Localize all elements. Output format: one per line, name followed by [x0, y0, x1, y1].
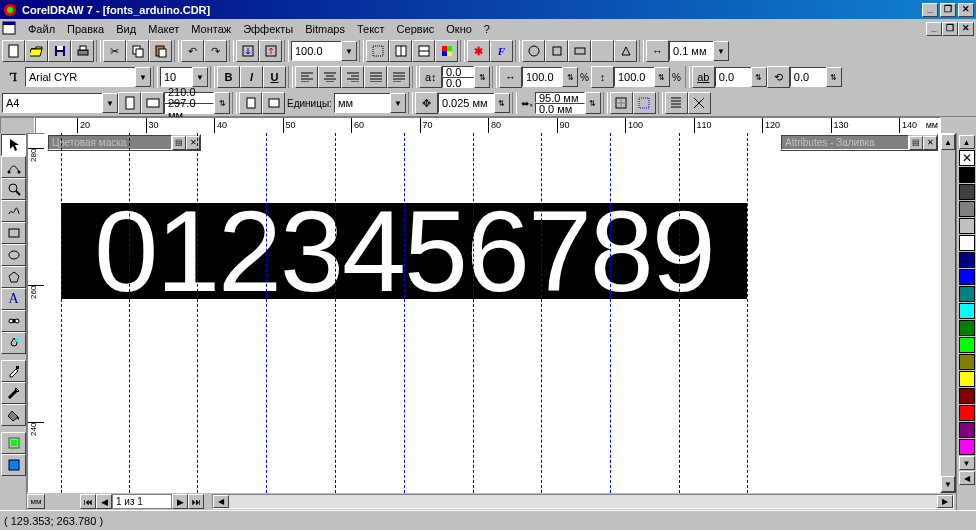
tbtn-e[interactable]: [614, 40, 637, 62]
ruler-btn-1[interactable]: [665, 92, 688, 114]
guide-line[interactable]: [335, 133, 336, 493]
guide-line[interactable]: [610, 133, 611, 493]
page-btn-b[interactable]: [262, 92, 285, 114]
color-docker-button[interactable]: [435, 40, 458, 62]
mdi-maximize-button[interactable]: ❐: [942, 22, 958, 36]
page-next-button[interactable]: ▶: [172, 494, 188, 509]
color-swatch[interactable]: [959, 303, 975, 319]
hscale-field[interactable]: 100.0⇅: [522, 67, 578, 87]
align-left-button[interactable]: [295, 66, 318, 88]
menu-layout[interactable]: Макет: [142, 21, 185, 37]
docker2-button[interactable]: [412, 40, 435, 62]
align-center-button[interactable]: [318, 66, 341, 88]
color-swatch[interactable]: [959, 167, 975, 183]
tbtn-a[interactable]: [522, 40, 545, 62]
guide-line[interactable]: [266, 133, 267, 493]
docker-button[interactable]: [389, 40, 412, 62]
kerning-fields[interactable]: 0.0 0.0: [442, 66, 474, 88]
tool-extra-2[interactable]: [1, 454, 26, 476]
palette-up-button[interactable]: ▲: [959, 135, 975, 149]
print-button[interactable]: [71, 40, 94, 62]
palette-expand-button[interactable]: ◀: [959, 471, 975, 485]
attributes-panel[interactable]: Attributes - Заливка ▤ ✕: [780, 134, 938, 151]
tool-text[interactable]: A: [1, 288, 26, 310]
maximize-button[interactable]: ❐: [940, 3, 956, 17]
menu-view[interactable]: Вид: [110, 21, 142, 37]
pageformat-combo[interactable]: A4 ▼: [2, 93, 118, 113]
page-first-button[interactable]: ⏮: [80, 494, 96, 509]
tool-freehand[interactable]: [1, 200, 26, 222]
guide-line[interactable]: [61, 133, 62, 493]
tool-shape[interactable]: [1, 156, 26, 178]
align-right-button[interactable]: [341, 66, 364, 88]
color-swatch[interactable]: [959, 422, 975, 438]
page-prev-button[interactable]: ◀: [96, 494, 112, 509]
fontsize-combo[interactable]: 10 ▼: [160, 67, 208, 87]
mdi-icon[interactable]: [2, 21, 18, 37]
pagesize-spinner[interactable]: ⇅: [214, 92, 230, 114]
guide-line[interactable]: [541, 133, 542, 493]
redo-button[interactable]: ↷: [204, 40, 227, 62]
scroll-right-button[interactable]: ▶: [937, 495, 953, 508]
guide-line[interactable]: [129, 133, 130, 493]
palette-down-button[interactable]: ▼: [959, 456, 975, 470]
minimize-button[interactable]: _: [922, 3, 938, 17]
font-combo[interactable]: Arial CYR ▼: [25, 67, 151, 87]
nudge2-field[interactable]: 0.025 мм⇅: [438, 93, 510, 113]
color-swatch[interactable]: [959, 354, 975, 370]
menu-text[interactable]: Текст: [351, 21, 391, 37]
snap-button[interactable]: [366, 40, 389, 62]
color-swatch[interactable]: [959, 371, 975, 387]
menu-tools[interactable]: Сервис: [391, 21, 441, 37]
menu-edit[interactable]: Правка: [61, 21, 110, 37]
color-swatch[interactable]: [959, 218, 975, 234]
cut-button[interactable]: ✂: [103, 40, 126, 62]
tool-polygon[interactable]: [1, 266, 26, 288]
color-swatch[interactable]: [959, 388, 975, 404]
vertical-scrollbar[interactable]: ▲ ▼: [940, 133, 956, 493]
mdi-minimize-button[interactable]: _: [926, 22, 942, 36]
menu-file[interactable]: Файл: [22, 21, 61, 37]
horizontal-ruler[interactable]: мм 2030405060708090100110120130140: [35, 117, 941, 134]
tool-ellipse[interactable]: [1, 244, 26, 266]
portrait-button[interactable]: [118, 92, 141, 114]
close-button[interactable]: ✕: [958, 3, 974, 17]
color-mask-panel[interactable]: Цветовая маска ▤ ✕: [47, 134, 201, 151]
tool-fill[interactable]: [1, 404, 26, 426]
menu-arrange[interactable]: Монтаж: [185, 21, 237, 37]
page-btn-a[interactable]: [239, 92, 262, 114]
vertical-ruler[interactable]: 280260240220: [27, 133, 45, 493]
attr-menu-icon[interactable]: ▤: [909, 136, 923, 150]
guide-line[interactable]: [404, 133, 405, 493]
color-swatch[interactable]: [959, 405, 975, 421]
align-force-button[interactable]: [387, 66, 410, 88]
units-combo[interactable]: мм ▼: [334, 93, 406, 113]
color-swatch[interactable]: [959, 286, 975, 302]
ruler-corner[interactable]: [0, 117, 35, 134]
color-swatch[interactable]: [959, 269, 975, 285]
export-button[interactable]: [259, 40, 282, 62]
zoom-combo[interactable]: 100.0 ▼: [291, 41, 357, 61]
underline-button[interactable]: U: [263, 66, 286, 88]
attr-close-icon[interactable]: ✕: [923, 136, 937, 150]
color-swatch[interactable]: [959, 201, 975, 217]
nudge-field[interactable]: 0.1 мм ▼: [669, 41, 729, 61]
tbtn-c[interactable]: [568, 40, 591, 62]
tool-outline[interactable]: [1, 382, 26, 404]
paste-button[interactable]: [149, 40, 172, 62]
grid-btn-1[interactable]: [610, 92, 633, 114]
new-button[interactable]: [2, 40, 25, 62]
bold-button[interactable]: B: [217, 66, 240, 88]
italic-button[interactable]: I: [240, 66, 263, 88]
guide-line[interactable]: [197, 133, 198, 493]
color-swatch[interactable]: [959, 439, 975, 455]
scroll-left-button[interactable]: ◀: [213, 495, 229, 508]
tbtn-b[interactable]: [545, 40, 568, 62]
grid-btn-2[interactable]: [633, 92, 656, 114]
landscape-button[interactable]: [141, 92, 164, 114]
mdi-close-button[interactable]: ✕: [958, 22, 974, 36]
tool-zoom[interactable]: [1, 178, 26, 200]
save-button[interactable]: [48, 40, 71, 62]
color-swatch[interactable]: [959, 252, 975, 268]
dup-spinner[interactable]: ⇅: [585, 92, 601, 114]
